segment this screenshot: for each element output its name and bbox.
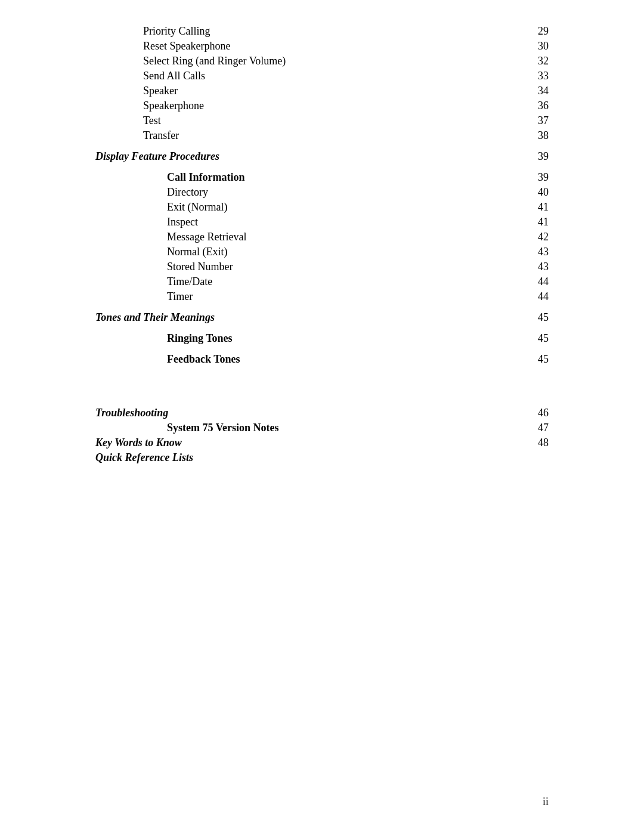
toc-row: [95, 164, 549, 170]
toc-page: 46: [513, 406, 549, 420]
toc-page: 30: [513, 39, 549, 54]
toc-page: [513, 450, 549, 465]
toc-page: 42: [513, 230, 549, 245]
toc-table: Priority Calling29Reset Speakerphone30Se…: [95, 24, 549, 465]
toc-page: 40: [513, 185, 549, 200]
toc-row: [95, 325, 549, 331]
toc-page: 47: [513, 420, 549, 435]
toc-label: Inspect: [95, 215, 513, 230]
toc-row: Test37: [95, 113, 549, 128]
toc-row: Quick Reference Lists: [95, 450, 549, 465]
toc-row: [95, 367, 549, 406]
toc-label: Normal (Exit): [95, 245, 513, 259]
toc-row: Call Information39: [95, 170, 549, 185]
toc-label: Feedback Tones: [95, 352, 513, 367]
toc-row: Select Ring (and Ringer Volume)32: [95, 54, 549, 69]
toc-page: 34: [513, 83, 549, 98]
toc-page: 29: [513, 24, 549, 39]
toc-page: 44: [513, 289, 549, 304]
toc-label: Ringing Tones: [95, 331, 513, 346]
toc-row: Troubleshooting46: [95, 406, 549, 420]
toc-page: 32: [513, 54, 549, 69]
toc-row: Feedback Tones45: [95, 352, 549, 367]
toc-page: 43: [513, 245, 549, 259]
toc-label: Speakerphone: [95, 98, 513, 113]
toc-row: Exit (Normal)41: [95, 200, 549, 215]
toc-page: 48: [513, 435, 549, 450]
toc-label: System 75 Version Notes: [95, 420, 513, 435]
toc-label: Send All Calls: [95, 69, 513, 83]
toc-label: Directory: [95, 185, 513, 200]
toc-row: Send All Calls33: [95, 69, 549, 83]
toc-label: Timer: [95, 289, 513, 304]
toc-page: 45: [513, 331, 549, 346]
toc-label: Quick Reference Lists: [95, 450, 513, 465]
toc-label: Reset Speakerphone: [95, 39, 513, 54]
toc-label: Display Feature Procedures: [95, 149, 513, 164]
toc-row: Tones and Their Meanings45: [95, 310, 549, 325]
toc-page: 41: [513, 215, 549, 230]
toc-page: 37: [513, 113, 549, 128]
toc-page: 33: [513, 69, 549, 83]
toc-page: 39: [513, 170, 549, 185]
toc-label: Speaker: [95, 83, 513, 98]
toc-page: 41: [513, 200, 549, 215]
toc-row: System 75 Version Notes47: [95, 420, 549, 435]
toc-label: Priority Calling: [95, 24, 513, 39]
toc-label: Transfer: [95, 128, 513, 143]
toc-row: Key Words to Know48: [95, 435, 549, 450]
toc-page: 45: [513, 352, 549, 367]
toc-page: 44: [513, 274, 549, 289]
toc-page: 43: [513, 259, 549, 274]
toc-row: Transfer38: [95, 128, 549, 143]
toc-row: Normal (Exit)43: [95, 245, 549, 259]
toc-label: Time/Date: [95, 274, 513, 289]
page-footer: ii: [543, 796, 549, 808]
toc-label: Key Words to Know: [95, 435, 513, 450]
toc-row: Stored Number43: [95, 259, 549, 274]
toc-page: 45: [513, 310, 549, 325]
toc-row: Display Feature Procedures39: [95, 149, 549, 164]
toc-row: Speaker34: [95, 83, 549, 98]
toc-row: Directory40: [95, 185, 549, 200]
toc-label: Call Information: [95, 170, 513, 185]
footer-page-number: ii: [543, 796, 549, 808]
toc-page: 38: [513, 128, 549, 143]
toc-row: [95, 346, 549, 352]
toc-label: Test: [95, 113, 513, 128]
toc-row: Speakerphone36: [95, 98, 549, 113]
toc-page: 39: [513, 149, 549, 164]
toc-row: Timer44: [95, 289, 549, 304]
toc-row: Priority Calling29: [95, 24, 549, 39]
toc-row: Reset Speakerphone30: [95, 39, 549, 54]
toc-page: 36: [513, 98, 549, 113]
toc-row: Message Retrieval42: [95, 230, 549, 245]
toc-label: Tones and Their Meanings: [95, 310, 513, 325]
toc-label: Select Ring (and Ringer Volume): [95, 54, 513, 69]
toc-row: Time/Date44: [95, 274, 549, 289]
toc-label: Stored Number: [95, 259, 513, 274]
toc-row: [95, 304, 549, 310]
toc-row: Ringing Tones45: [95, 331, 549, 346]
toc-label: Exit (Normal): [95, 200, 513, 215]
toc-label: Troubleshooting: [95, 406, 513, 420]
toc-row: [95, 143, 549, 149]
toc-row: Inspect41: [95, 215, 549, 230]
toc-label: Message Retrieval: [95, 230, 513, 245]
